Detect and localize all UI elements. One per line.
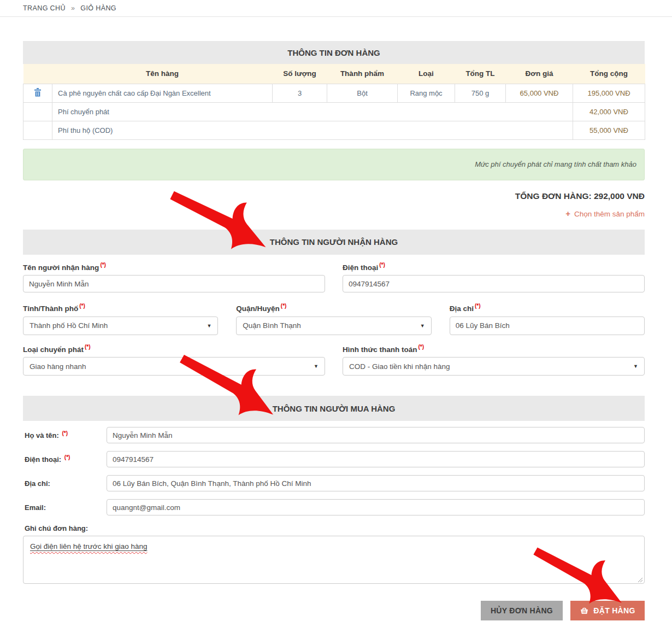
cod-fee-amount: 55,000 VNĐ — [573, 121, 645, 139]
recipient-name-label: Tên người nhận hàng(*) — [23, 262, 325, 272]
order-table-title: THÔNG TIN ĐƠN HÀNG — [23, 41, 645, 64]
buyer-email-label: Email: — [23, 503, 107, 512]
buyer-section-header: THÔNG TIN NGƯỜI MUA HÀNG — [23, 396, 645, 421]
recipient-phone-input[interactable] — [343, 275, 645, 292]
district-label: Quận/Huyện(*) — [236, 303, 431, 313]
delete-item-button[interactable] — [34, 88, 42, 98]
buyer-address-input[interactable] — [107, 475, 645, 491]
recipient-phone-label: Điện thoại(*) — [343, 262, 645, 272]
form-actions: HỦY ĐƠN HÀNG ĐẶT HÀNG — [23, 601, 645, 620]
shipping-fee-amount: 42,000 VNĐ — [573, 102, 645, 121]
order-note-label: Ghi chú đơn hàng: — [23, 524, 645, 532]
shipping-note-text: Mức phí chuyển phát chỉ mang tính chất t… — [475, 160, 636, 168]
city-select[interactable]: Thành phố Hồ Chí Minh ▼ — [23, 317, 218, 335]
buyer-email-row: Email: — [23, 499, 645, 515]
district-select-value: Quận Bình Thạnh — [243, 321, 300, 330]
item-unit-price: 65,000 VNĐ — [506, 84, 573, 102]
recipient-name-input[interactable] — [23, 275, 325, 292]
order-info-table: THÔNG TIN ĐƠN HÀNG Tên hàng Số lượng Thà… — [23, 41, 645, 140]
required-mark: (*) — [418, 344, 425, 350]
item-weight: 750 g — [455, 84, 506, 102]
buyer-address-label: Địa chỉ: — [23, 479, 107, 488]
order-total: TỔNG ĐƠN HÀNG: 292,000 VNĐ — [23, 191, 645, 201]
cart-item-row: Cà phê nguyên chất cao cấp Đại Ngàn Exce… — [23, 84, 645, 102]
chevron-down-icon: ▼ — [314, 364, 319, 369]
payment-method-select-value: COD - Giao tiền khi nhận hàng — [349, 362, 450, 371]
item-line-total: 195,000 VNĐ — [573, 84, 645, 102]
shipping-fee-label: Phí chuyển phát — [52, 102, 573, 121]
item-form: Bột — [327, 84, 398, 102]
shopping-basket-icon — [580, 607, 589, 614]
required-mark: (*) — [62, 430, 68, 436]
shipping-note-banner: Mức phí chuyển phát chỉ mang tính chất t… — [23, 149, 645, 180]
required-mark: (*) — [475, 303, 481, 309]
buyer-address-row: Địa chỉ: — [23, 475, 645, 491]
trash-icon — [34, 88, 42, 98]
district-select[interactable]: Quận Bình Thạnh ▼ — [236, 317, 431, 335]
column-header-form: Thành phẩm — [327, 64, 398, 84]
plus-icon: + — [565, 209, 570, 218]
city-select-value: Thành phố Hồ Chí Minh — [30, 321, 108, 330]
breadcrumb-current: GIỎ HÀNG — [80, 4, 116, 12]
place-order-button[interactable]: ĐẶT HÀNG — [570, 601, 645, 620]
order-note-text: Gọi điện liên hệ trước khi giao hàng — [30, 542, 148, 550]
table-header-row: Tên hàng Số lượng Thành phẩm Loại Tổng T… — [23, 64, 645, 84]
order-note-textarea[interactable]: Gọi điện liên hệ trước khi giao hàng — [23, 536, 645, 584]
recipient-section-title: THÔNG TIN NGƯỜI NHẬN HÀNG — [270, 237, 398, 247]
cancel-order-button[interactable]: HỦY ĐƠN HÀNG — [481, 601, 563, 620]
buyer-phone-row: Điện thoại: (*) — [23, 451, 645, 467]
shipping-type-select-value: Giao hàng nhanh — [30, 362, 86, 371]
payment-method-select[interactable]: COD - Giao tiền khi nhận hàng ▼ — [343, 357, 645, 376]
textarea-resize-handle[interactable] — [637, 576, 643, 582]
buyer-fullname-label: Họ và tên: (*) — [23, 430, 107, 440]
column-header-total: Tổng cộng — [573, 64, 645, 84]
recipient-section-header: THÔNG TIN NGƯỜI NHẬN HÀNG — [23, 230, 645, 255]
column-header-type: Loại — [398, 64, 455, 84]
item-name: Cà phê nguyên chất cao cấp Đại Ngàn Exce… — [52, 84, 273, 102]
chevron-down-icon: ▼ — [633, 364, 638, 369]
column-header-unit-price: Đơn giá — [506, 64, 573, 84]
required-mark: (*) — [79, 303, 85, 309]
chevron-down-icon: ▼ — [207, 323, 211, 329]
city-label: Tỉnh/Thành phố(*) — [23, 303, 218, 313]
column-header-weight: Tổng TL — [455, 64, 506, 84]
column-header-empty — [23, 64, 52, 84]
buyer-section-title: THÔNG TIN NGƯỜI MUA HÀNG — [273, 404, 396, 413]
chevron-down-icon: ▼ — [420, 323, 425, 329]
buyer-email-input[interactable] — [107, 499, 645, 515]
breadcrumb: TRANG CHỦ » GIỎ HÀNG — [0, 0, 672, 17]
shipping-fee-row: Phí chuyển phát 42,000 VNĐ — [23, 102, 645, 121]
buyer-phone-label: Điện thoại: (*) — [23, 454, 107, 464]
breadcrumb-home-link[interactable]: TRANG CHỦ — [23, 4, 66, 12]
cod-fee-label: Phí thu hộ (COD) — [52, 121, 573, 139]
buyer-phone-input[interactable] — [107, 451, 645, 467]
required-mark: (*) — [379, 262, 385, 268]
required-mark: (*) — [281, 303, 287, 309]
column-header-quantity: Số lượng — [273, 64, 327, 84]
shipping-type-label: Loại chuyển phát(*) — [23, 344, 325, 354]
required-mark: (*) — [85, 344, 91, 350]
required-mark: (*) — [64, 454, 70, 460]
buyer-fullname-input[interactable] — [107, 427, 645, 443]
breadcrumb-separator: » — [71, 4, 75, 12]
recipient-address-label: Địa chỉ(*) — [450, 303, 645, 313]
buyer-fullname-row: Họ và tên: (*) — [23, 427, 645, 443]
shipping-type-select[interactable]: Giao hàng nhanh ▼ — [23, 357, 325, 376]
add-more-products-link[interactable]: +Chọn thêm sản phẩm — [23, 209, 645, 218]
payment-method-label: Hình thức thanh toán(*) — [343, 344, 645, 354]
item-quantity: 3 — [273, 84, 327, 102]
item-type: Rang mộc — [398, 84, 455, 102]
recipient-address-input[interactable] — [450, 317, 645, 335]
cod-fee-row: Phí thu hộ (COD) 55,000 VNĐ — [23, 121, 645, 139]
required-mark: (*) — [100, 262, 106, 268]
column-header-name: Tên hàng — [52, 64, 273, 84]
